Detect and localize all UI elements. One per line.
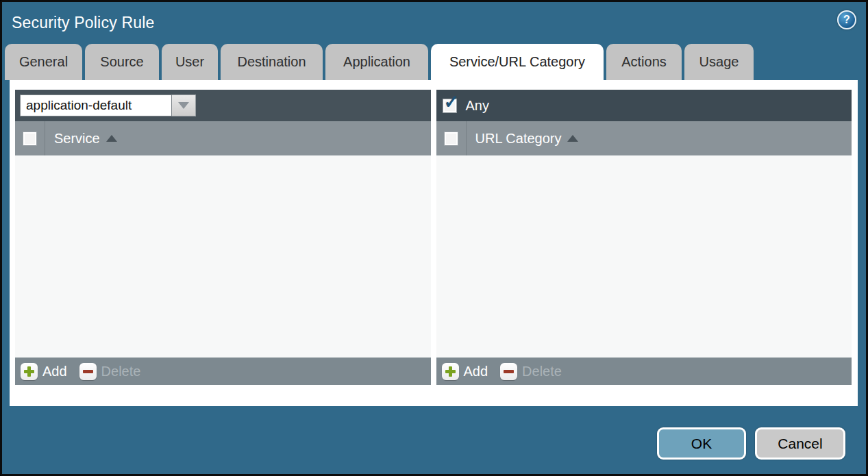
tab-actions[interactable]: Actions: [606, 44, 682, 80]
titlebar: Security Policy Rule ?: [2, 2, 866, 44]
help-icon[interactable]: ?: [837, 10, 856, 29]
ok-button[interactable]: OK: [657, 427, 746, 460]
service-select-all-checkbox[interactable]: [23, 131, 37, 146]
url-column-header: URL Category: [436, 121, 852, 155]
security-policy-rule-dialog: Security Policy Rule ? General Source Us…: [0, 0, 868, 476]
url-header-checkbox-cell: [436, 121, 467, 155]
service-column-label[interactable]: Service: [54, 131, 100, 147]
sort-ascending-icon[interactable]: [106, 135, 117, 142]
add-icon: [442, 363, 459, 380]
service-type-input[interactable]: [20, 95, 172, 116]
delete-icon: [500, 363, 517, 380]
service-panel: Service Add Delete: [15, 90, 431, 385]
tab-destination[interactable]: Destination: [221, 44, 323, 80]
tab-service-url-category[interactable]: Service/URL Category: [431, 44, 604, 80]
url-footer: Add Delete: [436, 358, 852, 385]
dialog-button-bar: OK Cancel: [657, 427, 845, 460]
tab-content: Service Add Delete: [10, 80, 858, 406]
service-footer: Add Delete: [15, 358, 431, 385]
tab-application[interactable]: Application: [325, 44, 428, 80]
tab-bar: General Source User Destination Applicat…: [2, 44, 866, 80]
delete-icon: [79, 363, 97, 380]
url-any-label: Any: [466, 98, 489, 114]
service-type-dropdown-button[interactable]: [172, 95, 196, 116]
url-any-row: ✓ Any: [436, 90, 852, 121]
delete-button-label: Delete: [101, 364, 141, 379]
tab-user[interactable]: User: [162, 44, 218, 80]
service-type-dropdown[interactable]: [20, 95, 196, 116]
url-any-checkbox[interactable]: ✓: [443, 99, 457, 113]
service-toolbar: [15, 90, 431, 121]
url-column-label[interactable]: URL Category: [475, 131, 562, 147]
url-table-body[interactable]: [436, 155, 852, 358]
service-delete-button[interactable]: Delete: [79, 363, 141, 380]
checkmark-icon: ✓: [444, 93, 460, 112]
dialog-title: Security Policy Rule: [12, 14, 155, 32]
add-icon: [21, 363, 38, 380]
delete-button-label: Delete: [522, 364, 562, 379]
tab-general[interactable]: General: [5, 44, 82, 80]
tab-source[interactable]: Source: [85, 44, 159, 80]
service-column-header: Service: [15, 121, 431, 155]
url-category-panel: ✓ Any URL Category Add: [436, 90, 852, 385]
add-button-label: Add: [42, 364, 67, 379]
add-button-label: Add: [464, 364, 488, 379]
tab-usage[interactable]: Usage: [684, 44, 754, 80]
url-select-all-checkbox[interactable]: [444, 131, 458, 146]
url-delete-button[interactable]: Delete: [500, 363, 562, 380]
url-add-button[interactable]: Add: [442, 363, 488, 380]
cancel-button[interactable]: Cancel: [755, 427, 845, 460]
dropdown-arrow-icon: [178, 102, 189, 109]
service-header-checkbox-cell: [15, 121, 45, 155]
sort-ascending-icon[interactable]: [567, 135, 578, 142]
service-add-button[interactable]: Add: [21, 363, 67, 380]
service-table-body[interactable]: [15, 155, 431, 358]
